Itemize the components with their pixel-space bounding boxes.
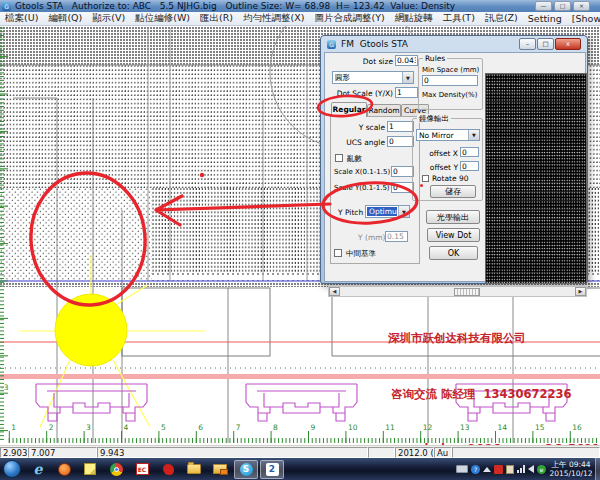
y-pitch-label: Y Pitch — [338, 208, 363, 217]
mirror-value: No Mirror — [417, 130, 468, 140]
rotate-90-checkbox[interactable] — [422, 175, 429, 182]
antivirus-tray-icon[interactable]: e — [537, 465, 546, 474]
status-y-coordinate: 7.007 — [28, 447, 97, 458]
mirror-select[interactable]: No Mirror ▼ — [416, 129, 480, 141]
volume-tray-icon[interactable] — [528, 465, 534, 473]
scale-y-label: Scale Y(0.1-1.5) — [334, 184, 390, 193]
help-tray-icon[interactable]: ? — [471, 465, 480, 474]
dot-shape-select[interactable]: 圓形 ▼ — [332, 71, 414, 84]
offset-y-input[interactable] — [460, 161, 479, 171]
chevron-down-icon: ▼ — [468, 130, 479, 140]
min-space-label: Min Space (mm) — [422, 66, 479, 75]
dialog-horizontal-scrollbar[interactable]: ◀ ▶ — [328, 286, 587, 297]
app-icon: G — [2, 2, 11, 11]
random-checkbox[interactable] — [335, 154, 343, 162]
scale-y-input[interactable] — [391, 182, 414, 193]
menu-export[interactable]: 匯出(R) — [195, 12, 238, 25]
tab-regular[interactable]: Regular — [331, 102, 367, 117]
skype-icon[interactable]: S — [234, 460, 258, 479]
status-empty-cell — [368, 447, 395, 458]
save-button[interactable]: 儲存 — [430, 185, 476, 198]
dialog-close-button[interactable]: x — [555, 38, 581, 50]
alert-tray-icon[interactable] — [494, 465, 503, 474]
menu-tools[interactable]: 工具(T) — [438, 12, 480, 25]
svg-text:-3: -3 — [1, 383, 9, 392]
svg-text:7: 7 — [236, 423, 241, 432]
ok-button[interactable]: OK — [429, 246, 478, 260]
scale-x-input[interactable] — [391, 166, 414, 177]
ucs-angle-input[interactable] — [387, 136, 414, 147]
show-hidden-icons-arrow[interactable] — [483, 467, 491, 472]
close-button[interactable]: × — [573, 1, 590, 11]
dot-scale-label: Dot Scale (Y/X) — [333, 89, 393, 98]
watermark-line-contact: 咨询交流 陈经理 13430672236 — [388, 385, 600, 404]
ucs-angle-label: UCS angle — [337, 138, 385, 147]
center-base-label: 中間基準 — [346, 249, 376, 258]
minimize-button[interactable]: — — [535, 1, 552, 11]
menu-show-dot[interactable]: [Show Dot] — [567, 13, 600, 24]
y-pitch-select[interactable]: Optimum ▼ — [365, 205, 410, 218]
clock-date: 2015/10/12 — [548, 469, 594, 478]
scroll-left-arrow-icon[interactable]: ◀ — [329, 287, 340, 296]
menu-uniformity[interactable]: 均勻性調整(X) — [238, 12, 309, 25]
rotate-90-label: Rotate 90 — [432, 174, 468, 183]
y-mm-label: Y (mm): — [358, 233, 388, 242]
dialog-minimize-button[interactable]: – — [519, 38, 536, 50]
menu-dot-edit[interactable]: 點位編修(W) — [130, 12, 195, 25]
svg-text:10: 10 — [348, 423, 358, 432]
gtools-sta-window: G Gtools STA Authorize to: ABC 5.5 NJHG.… — [0, 0, 600, 480]
svg-text:4: 4 — [124, 423, 129, 432]
menu-view[interactable]: 顯示(V) — [87, 12, 130, 25]
taskbar-clock[interactable]: 上午 09:44 2015/10/12 — [548, 460, 594, 478]
status-bar: 2.9037 7.007 9.943 2012.0 (80.0) Au — [0, 445, 600, 458]
keyboard-tray-icon[interactable] — [456, 465, 468, 473]
rules-group-title: Rules — [423, 54, 447, 63]
dialog-title: FM Gtools STA — [341, 39, 408, 49]
menu-setting[interactable]: Setting — [523, 13, 567, 24]
optical-output-button[interactable]: 光學輸出 — [426, 210, 480, 224]
svg-text:3: 3 — [86, 423, 91, 432]
sticky-notes-icon[interactable] — [78, 460, 102, 479]
dialog-titlebar[interactable]: G FM Gtools STA – □ x — [321, 36, 587, 52]
flower-app-icon[interactable] — [156, 460, 180, 479]
menu-message[interactable]: 訊息(Z) — [480, 12, 523, 25]
start-button[interactable] — [3, 460, 21, 478]
dot-preview-panel — [485, 73, 587, 284]
offset-x-input[interactable] — [460, 147, 479, 157]
file-explorer-icon[interactable] — [182, 460, 206, 479]
view-dot-button[interactable]: View Dot — [427, 228, 480, 242]
center-base-checkbox[interactable] — [334, 249, 342, 257]
svg-text:6: 6 — [198, 423, 203, 432]
clipboard-tray-icon[interactable] — [506, 465, 514, 474]
svg-text:5: 5 — [161, 423, 166, 432]
media-player-icon[interactable] — [52, 460, 76, 479]
menu-dot-rotate[interactable]: 網點旋轉 — [390, 12, 438, 25]
screen-recorder-icon[interactable]: EC — [130, 460, 154, 479]
dot-scale-input[interactable] — [395, 87, 418, 98]
random-checkbox-label: 亂數 — [347, 154, 362, 163]
window-titlebar: G Gtools STA Authorize to: ABC 5.5 NJHG.… — [0, 0, 600, 12]
clock-time: 上午 09:44 — [548, 460, 594, 469]
mail-icon[interactable] — [208, 460, 232, 479]
dialog-maximize-button[interactable]: □ — [537, 38, 554, 50]
scrollbar-thumb[interactable] — [454, 288, 480, 296]
min-space-input[interactable] — [422, 75, 478, 86]
network-tray-icon[interactable] — [517, 465, 525, 473]
menu-image-compose[interactable]: 圖片合成調整(Y) — [309, 12, 389, 25]
menu-file[interactable]: 檔案(U) — [0, 12, 43, 25]
y-scale-label: Y scale — [337, 123, 385, 132]
maximize-button[interactable]: □ — [554, 1, 571, 11]
show-desktop-button[interactable] — [595, 458, 600, 480]
y-scale-input[interactable] — [387, 121, 414, 132]
y-mm-input[interactable] — [385, 231, 408, 242]
system-tray: ? e — [456, 458, 546, 480]
dot-size-input[interactable] — [395, 55, 418, 66]
scroll-right-arrow-icon[interactable]: ▶ — [575, 287, 586, 296]
menu-edit[interactable]: 編輯(Q) — [43, 12, 87, 25]
mirror-group-title: 鏡像輸出 — [417, 114, 451, 123]
chrome-icon[interactable] — [104, 460, 128, 479]
chevron-down-icon: ▼ — [402, 72, 413, 83]
internet-explorer-icon[interactable]: e — [26, 460, 50, 479]
gtools-taskbar-icon[interactable]: 2 — [260, 460, 284, 479]
status-value: 9.943 — [97, 447, 368, 458]
